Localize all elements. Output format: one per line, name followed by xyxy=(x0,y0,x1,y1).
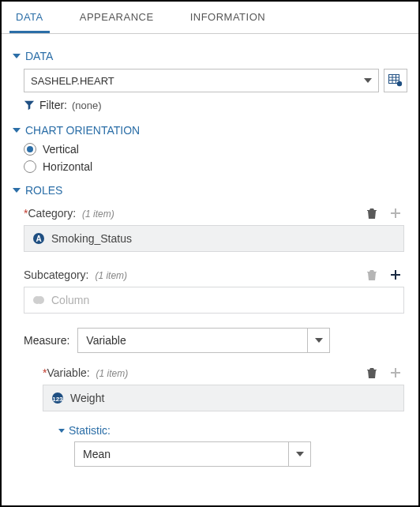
variable-label-row: *Variable: (1 item) xyxy=(43,364,407,381)
category-hint: (1 item) xyxy=(82,208,114,220)
browse-dataset-button[interactable] xyxy=(384,69,407,92)
tab-data[interactable]: DATA xyxy=(9,2,50,33)
statistic-dropdown[interactable]: Mean xyxy=(74,441,311,467)
column-icon xyxy=(32,294,45,306)
panel-content: DATA SASHELP.HEART Filter: (none) CHART … xyxy=(2,34,418,478)
measure-dropdown[interactable]: Variable xyxy=(77,328,330,353)
filter-value: (none) xyxy=(72,100,102,111)
chevron-down-icon xyxy=(364,78,372,83)
svg-text:123: 123 xyxy=(52,396,63,403)
radio-icon-checked xyxy=(24,143,36,156)
variable-value-pill[interactable]: 123 Weight xyxy=(43,385,404,411)
delete-subcategory-button[interactable] xyxy=(363,266,381,284)
trash-icon xyxy=(366,207,378,220)
dataset-value: SASHELP.HEART xyxy=(31,75,114,87)
subcategory-placeholder: Column xyxy=(51,294,89,306)
caret-down-icon xyxy=(13,128,21,133)
filter-label: Filter: xyxy=(39,99,67,111)
tab-appearance[interactable]: APPEARANCE xyxy=(73,2,160,33)
svg-text:A: A xyxy=(36,235,41,243)
plus-icon xyxy=(389,269,402,281)
tab-information[interactable]: INFORMATION xyxy=(184,2,272,33)
radio-vertical[interactable]: Vertical xyxy=(24,143,407,156)
subcategory-placeholder-pill[interactable]: Column xyxy=(24,287,404,314)
subcategory-label: Subcategory: (1 item) xyxy=(24,269,127,281)
dataset-dropdown[interactable]: SASHELP.HEART xyxy=(24,69,379,92)
plus-icon xyxy=(389,366,402,379)
category-value: Smoking_Status xyxy=(51,232,132,245)
statistic-value: Mean xyxy=(75,448,288,460)
subcategory-actions xyxy=(363,266,404,284)
section-orientation-title: CHART ORIENTATION xyxy=(25,124,140,137)
tab-bar: DATA APPEARANCE INFORMATION xyxy=(2,2,418,34)
chevron-down-icon xyxy=(307,328,329,353)
variable-value: Weight xyxy=(70,392,104,404)
num-var-icon: 123 xyxy=(51,392,64,404)
add-variable-button[interactable] xyxy=(387,364,404,381)
radio-vertical-label: Vertical xyxy=(43,143,79,156)
svg-point-5 xyxy=(397,81,402,86)
statistic-label: Statistic: xyxy=(69,424,111,437)
trash-icon xyxy=(366,366,378,379)
radio-icon-unchecked xyxy=(24,160,36,173)
section-data-title: DATA xyxy=(25,50,53,62)
filter-row[interactable]: Filter: (none) xyxy=(24,99,407,111)
section-roles-header[interactable]: ROLES xyxy=(13,184,407,197)
statistic-header[interactable]: Statistic: xyxy=(58,424,407,437)
add-category-button[interactable] xyxy=(387,205,404,222)
section-orientation-header[interactable]: CHART ORIENTATION xyxy=(13,124,407,137)
section-data-header[interactable]: DATA xyxy=(13,50,407,62)
measure-label: Measure: xyxy=(24,334,69,347)
delete-category-button[interactable] xyxy=(363,205,381,222)
variable-hint: (1 item) xyxy=(96,368,129,379)
radio-horizontal-label: Horizontal xyxy=(43,160,92,173)
svg-point-9 xyxy=(36,296,44,304)
char-var-icon: A xyxy=(32,232,45,245)
trash-icon xyxy=(366,269,378,281)
variable-label: *Variable: (1 item) xyxy=(43,366,128,379)
caret-down-icon xyxy=(13,188,21,193)
caret-down-icon xyxy=(58,429,65,433)
chevron-down-icon xyxy=(288,441,310,467)
delete-variable-button[interactable] xyxy=(363,364,381,381)
subcategory-hint: (1 item) xyxy=(95,270,127,281)
add-subcategory-button[interactable] xyxy=(387,266,404,284)
plus-icon xyxy=(389,207,402,220)
caret-down-icon xyxy=(13,54,21,58)
measure-row: Measure: Variable xyxy=(24,328,404,353)
svg-rect-0 xyxy=(389,75,399,84)
dataset-row: SASHELP.HEART xyxy=(24,69,407,92)
category-value-pill[interactable]: A Smoking_Status xyxy=(24,225,404,252)
measure-value: Variable xyxy=(78,334,307,347)
subcategory-label-row: Subcategory: (1 item) xyxy=(24,266,407,284)
filter-icon xyxy=(24,100,35,111)
section-roles-title: ROLES xyxy=(25,184,62,197)
variable-actions xyxy=(363,364,404,381)
radio-horizontal[interactable]: Horizontal xyxy=(24,160,407,173)
table-icon xyxy=(388,74,403,87)
category-label-row: *Category: (1 item) xyxy=(24,205,407,222)
category-label: *Category: (1 item) xyxy=(24,207,114,220)
category-actions xyxy=(363,205,404,222)
